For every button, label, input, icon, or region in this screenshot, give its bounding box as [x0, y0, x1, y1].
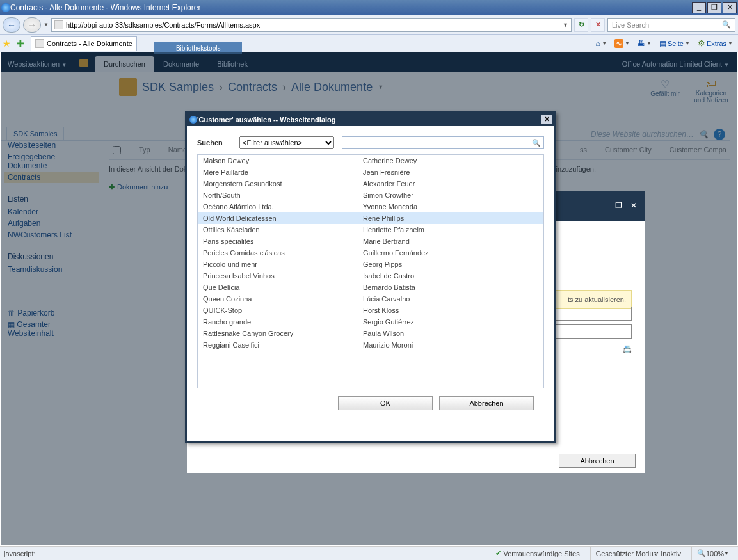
popup-cancel-button[interactable]: Abbrechen [559, 454, 636, 468]
ok-button[interactable]: OK [338, 396, 433, 410]
customer-contact: Jean Fresnière [363, 168, 538, 176]
home-button[interactable]: ⌂▼ [593, 36, 609, 51]
customer-row[interactable]: Maison DeweyCatherine Dewey [198, 155, 543, 166]
customer-contact: Rene Phillips [363, 214, 538, 222]
customer-contact: Bernardo Batista [363, 284, 538, 291]
customer-contact: Lúcia Carvalho [363, 295, 538, 303]
customer-contact: Simon Crowther [363, 191, 538, 199]
customer-company: Ottilies Käseladen [203, 226, 363, 234]
customer-row[interactable]: Paris spécialitésMarie Bertrand [198, 236, 543, 247]
gear-icon: ⚙ [698, 38, 705, 48]
nav-toolbar: ← → ▼ http://obpi-auto-33/sdksamples/Con… [0, 15, 738, 35]
customer-company: Pericles Comidas clásicas [203, 249, 363, 257]
customer-company: Reggiani Caseifici [203, 341, 363, 349]
status-zoom[interactable]: 🔍 100% ▼ [691, 547, 734, 560]
customer-row[interactable]: QUICK-StopHorst Kloss [198, 305, 543, 316]
tab-favicon-icon [35, 39, 44, 48]
window-restore-button[interactable]: ❐ [707, 2, 721, 13]
customer-row[interactable]: Reggiani CaseificiMaurizio Moroni [198, 339, 543, 351]
arrow-right-icon: → [28, 20, 36, 30]
customer-row[interactable]: Océano Atlántico Ltda.Yvonne Moncada [198, 201, 543, 212]
ie-logo-icon [1, 3, 10, 12]
form-picker-icon[interactable]: 📇 [623, 345, 632, 353]
url-text: http://obpi-auto-33/sdksamples/Contracts… [66, 21, 560, 29]
page-tab[interactable]: Contracts - Alle Dokumente [31, 36, 137, 51]
window-title: Contracts - Alle Dokumente - Windows Int… [10, 3, 692, 12]
page-menu-button[interactable]: ▤Seite▼ [657, 36, 693, 51]
status-left: javascript: [4, 550, 36, 557]
customer-contact: Catherine Dewey [363, 157, 538, 164]
address-bar[interactable]: http://obpi-auto-33/sdksamples/Contracts… [51, 18, 572, 32]
customer-contact: Georg Pipps [363, 260, 538, 268]
dialog-close-button[interactable]: ✕ [541, 115, 552, 124]
customer-row[interactable]: Piccolo und mehrGeorg Pipps [198, 259, 543, 270]
page-icon: ▤ [659, 39, 666, 48]
customer-company: Old World Delicatessen [203, 214, 363, 222]
customer-company: Mère Paillarde [203, 168, 363, 176]
customer-contact: Yvonne Moncada [363, 203, 538, 211]
customer-row[interactable]: Que DelíciaBernardo Batista [198, 282, 543, 293]
customer-row[interactable]: Princesa Isabel VinhosIsabel de Castro [198, 270, 543, 282]
window-minimize-button[interactable]: _ [692, 2, 706, 13]
favorites-tab-bar: ★ ✚ Contracts - Alle Dokumente ⌂▼ ∿▼ 🖶▼ … [0, 35, 738, 52]
status-trusted: ✔ Vertrauenswürdige Sites [490, 547, 584, 560]
customer-row[interactable]: Ottilies KäseladenHenriette Pfalzheim [198, 224, 543, 236]
customer-company: North/South [203, 191, 363, 199]
cancel-button[interactable]: Abbrechen [439, 396, 534, 410]
customer-contact: Horst Kloss [363, 307, 538, 314]
customer-contact: Paula Wilson [363, 330, 538, 337]
forward-button[interactable]: → [23, 17, 41, 33]
customer-company: Maison Dewey [203, 157, 363, 164]
page-favicon-icon [54, 20, 63, 29]
customer-contact: Maurizio Moroni [363, 341, 538, 349]
customer-contact: Marie Bertrand [363, 237, 538, 245]
customer-company: Piccolo und mehr [203, 260, 363, 268]
stop-button[interactable]: ✕ [591, 18, 605, 32]
customer-row[interactable]: Morgenstern GesundkostAlexander Feuer [198, 178, 543, 189]
dialog-search-icon[interactable]: 🔍 [532, 139, 541, 147]
print-icon: 🖶 [638, 39, 645, 48]
home-icon: ⌂ [595, 38, 600, 48]
dialog-search-input[interactable]: 🔍 [342, 136, 544, 149]
customer-company: Princesa Isabel Vinhos [203, 272, 363, 280]
dialog-ie-icon [189, 116, 197, 124]
dialog-titlebar[interactable]: 'Customer' auswählen -- Webseitendialog … [187, 113, 554, 126]
customer-contact: Alexander Feuer [363, 180, 538, 188]
customer-row[interactable]: North/SouthSimon Crowther [198, 189, 543, 201]
search-placeholder: Live Search [612, 21, 649, 29]
extras-menu-button[interactable]: ⚙Extras▼ [695, 36, 735, 51]
popup-close-button[interactable]: ✕ [628, 201, 639, 211]
customer-picker-dialog: 'Customer' auswählen -- Webseitendialog … [185, 111, 556, 443]
customer-contact: Isabel de Castro [363, 272, 538, 280]
customer-row[interactable]: Pericles Comidas clásicasGuillermo Ferná… [198, 247, 543, 259]
customer-company: Que Delícia [203, 284, 363, 291]
rss-icon: ∿ [614, 39, 623, 48]
refresh-button[interactable]: ↻ [574, 18, 588, 32]
live-search-input[interactable]: Live Search 🔍 [607, 18, 735, 32]
back-button[interactable]: ← [3, 17, 20, 33]
customer-list[interactable]: Maison DeweyCatherine DeweyMère Paillard… [197, 154, 544, 388]
window-close-button[interactable]: ✕ [723, 2, 737, 13]
customer-company: Rattlesnake Canyon Grocery [203, 330, 363, 337]
customer-row[interactable]: Mère PaillardeJean Fresnière [198, 166, 543, 178]
favorites-star-icon[interactable]: ★ [3, 38, 13, 49]
filter-select[interactable]: <Filter auswählen> [239, 136, 334, 149]
nav-history-dropdown[interactable]: ▼ [44, 22, 49, 28]
customer-company: Océano Atlántico Ltda. [203, 203, 363, 211]
add-favorite-icon[interactable]: ✚ [17, 38, 27, 49]
address-dropdown[interactable]: ▼ [563, 22, 568, 28]
customer-contact: Sergio Gutiérrez [363, 318, 538, 326]
customer-row[interactable]: Old World DelicatessenRene Phillips [198, 212, 543, 224]
customer-company: Morgenstern Gesundkost [203, 180, 363, 188]
customer-row[interactable]: Rancho grandeSergio Gutiérrez [198, 316, 543, 328]
status-protected-mode: Geschützter Modus: Inaktiv [590, 547, 686, 560]
ie-titlebar: Contracts - Alle Dokumente - Windows Int… [0, 0, 738, 15]
customer-row[interactable]: Rattlesnake Canyon GroceryPaula Wilson [198, 328, 543, 339]
popup-maximize-button[interactable]: ❐ [613, 201, 624, 211]
rss-button[interactable]: ∿▼ [612, 36, 632, 51]
customer-row[interactable]: Queen CozinhaLúcia Carvalho [198, 293, 543, 305]
customer-contact: Henriette Pfalzheim [363, 226, 538, 234]
customer-company: Paris spécialités [203, 237, 363, 245]
print-button[interactable]: 🖶▼ [635, 36, 654, 51]
search-icon[interactable]: 🔍 [722, 20, 731, 29]
